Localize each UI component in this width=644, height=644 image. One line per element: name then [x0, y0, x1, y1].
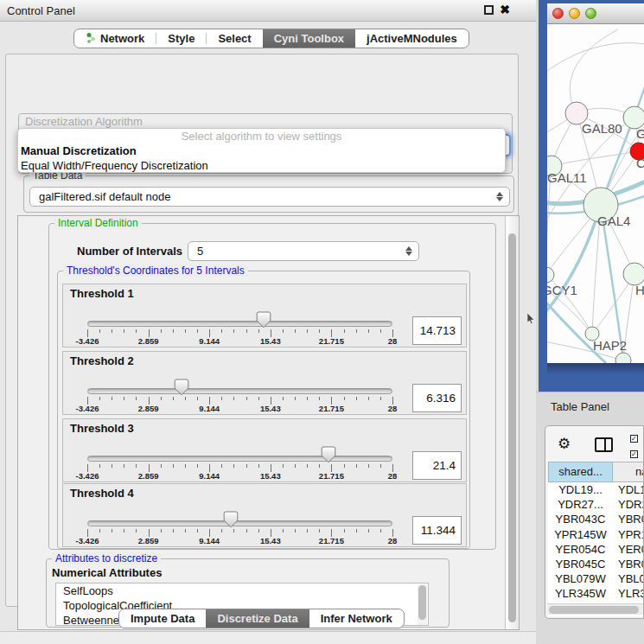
tab-impute-data[interactable]: Impute Data [119, 609, 206, 628]
table-data-combobox[interactable]: galFiltered.sif default node [29, 187, 510, 207]
tick-label: 15.43 [260, 404, 281, 413]
tick-label: 9.144 [199, 336, 220, 346]
tick-mark [221, 464, 222, 468]
attributes-legend: Attributes to discretize [52, 552, 161, 564]
panel-bottom-strip [0, 631, 536, 644]
tick-mark [99, 464, 100, 468]
cell-shared-name: YER054C [548, 542, 613, 557]
tab-style[interactable]: Style [156, 29, 206, 48]
tab-infer-network[interactable]: Infer Network [309, 609, 404, 628]
node-label: GAL80 [582, 121, 622, 136]
threshold-value-field[interactable]: 14.713 [412, 316, 462, 345]
tick-label: 15.43 [260, 336, 281, 346]
tick-mark [307, 464, 308, 468]
table-row[interactable]: YBR045CYBR0 [548, 557, 644, 571]
slider-ticks [87, 397, 392, 405]
table-row[interactable]: YLR345WYLR3 [548, 586, 644, 601]
tick-mark [246, 329, 247, 333]
tick-label: 2.859 [138, 404, 159, 413]
slider-thumb[interactable] [174, 379, 189, 396]
num-intervals-combobox[interactable]: 5 [188, 241, 419, 261]
tick-mark [380, 397, 381, 400]
threshold-value-field[interactable]: 21.4 [412, 451, 462, 480]
tick-mark [307, 329, 308, 333]
slider-track[interactable] [87, 456, 392, 462]
slider-ticks [87, 529, 392, 538]
select-columns-icon[interactable]: ✓✓ [628, 429, 644, 460]
table-row[interactable]: YBR043CYBR0 [548, 512, 644, 526]
table-row[interactable]: YDR27...YDR2 [548, 497, 644, 512]
threshold-label: Threshold 4 [70, 487, 134, 500]
tick-mark [161, 464, 162, 468]
close-traffic-light-icon[interactable] [552, 8, 564, 19]
tick-mark [356, 397, 357, 400]
tick-mark [295, 329, 296, 333]
scrollbar-thumb[interactable] [508, 233, 516, 622]
cell-name: YBL0 [613, 571, 644, 586]
tick-label: 15.43 [260, 471, 281, 481]
tab-select[interactable]: Select [207, 29, 262, 48]
minimize-traffic-light-icon[interactable] [569, 8, 580, 19]
threshold-value-field[interactable]: 6.316 [412, 384, 462, 412]
tab-network[interactable]: Network [74, 29, 156, 48]
thresholds-group: Threshold's Coordinates for 5 Intervals … [57, 271, 470, 549]
tab-discretize-data[interactable]: Discretize Data [206, 609, 309, 628]
tick-label: 28 [388, 336, 398, 346]
column-header-name[interactable]: na [613, 462, 644, 482]
network-edge[interactable] [547, 43, 644, 78]
table-row[interactable]: YPR145WYPR1 [548, 527, 644, 542]
dropdown-option[interactable]: Manual Discretization [18, 143, 505, 158]
list-scrollbar[interactable] [418, 584, 427, 626]
tick-mark [319, 464, 320, 468]
close-icon[interactable]: ✖ [500, 3, 510, 16]
scrollbar-thumb[interactable] [418, 585, 426, 620]
tick-mark [356, 529, 357, 532]
tab-jactivemnodules[interactable]: jActiveMNodules [355, 29, 469, 48]
threshold-panel: Threshold 3-3.4262.8599.14415.4321.71528… [62, 418, 467, 482]
tick-mark [173, 329, 174, 333]
tick-mark [233, 397, 234, 400]
threshold-label: Threshold 1 [70, 287, 134, 300]
network-canvas[interactable]: GAL80GALCGAL11GAL4GCY1HAHAP2 [547, 24, 644, 363]
tick-mark [283, 329, 284, 333]
gcy1-node[interactable] [547, 267, 554, 283]
slider-thumb[interactable] [321, 446, 336, 463]
combobox-stepper-icon [496, 188, 503, 206]
tick-label: 21.715 [319, 404, 344, 413]
table-panel-title: Table Panel [536, 400, 609, 413]
float-window-icon[interactable] [484, 5, 494, 15]
slider-track[interactable] [87, 321, 392, 327]
bottom-node[interactable] [615, 353, 631, 363]
vertical-scrollbar[interactable] [505, 216, 519, 629]
column-header-shared-name[interactable]: shared... [548, 462, 613, 482]
dropdown-option[interactable]: Equal Width/Frequency Discretization [18, 158, 505, 173]
network-edge[interactable] [570, 29, 618, 113]
zoom-traffic-light-icon[interactable] [585, 8, 596, 19]
table-row[interactable]: YDL19...YDL1 [548, 482, 644, 497]
table-row[interactable]: YER054CYER0 [548, 542, 644, 557]
split-columns-icon[interactable] [595, 437, 613, 452]
horizontal-scrollbar[interactable] [547, 603, 643, 615]
threshold-value-field[interactable]: 11.344 [412, 516, 462, 545]
attribute-list-item[interactable]: SelfLoops [56, 583, 428, 598]
tick-mark [221, 397, 222, 400]
threshold-panel: Threshold 1-3.4262.8599.14415.4321.71528… [62, 284, 467, 348]
tick-mark [185, 397, 186, 400]
tick-mark [197, 397, 198, 400]
table-row[interactable]: YBL079WYBL0 [548, 571, 644, 586]
network-window-titlebar[interactable] [547, 3, 644, 24]
tab-label: Discretize Data [217, 612, 297, 625]
threshold-panel: Threshold 4-3.4262.8599.14415.4321.71528… [62, 483, 467, 547]
algorithm-dropdown-popup: Select algorithm to view settings Manual… [17, 128, 506, 173]
slider-track[interactable] [87, 520, 392, 526]
tab-cyni-toolbox[interactable]: Cyni Toolbox [263, 29, 355, 48]
tick-mark [233, 464, 234, 468]
tab-label: Select [218, 32, 251, 45]
scrollbar-thumb[interactable] [549, 606, 639, 614]
tick-label: -3.426 [76, 471, 99, 481]
threshold-panel: Threshold 2-3.4262.8599.14415.4321.71528… [62, 351, 467, 415]
slider-thumb[interactable] [223, 511, 239, 528]
slider-track[interactable] [87, 388, 392, 394]
gear-icon[interactable]: ⚙ [558, 436, 571, 453]
slider-thumb[interactable] [256, 311, 271, 328]
